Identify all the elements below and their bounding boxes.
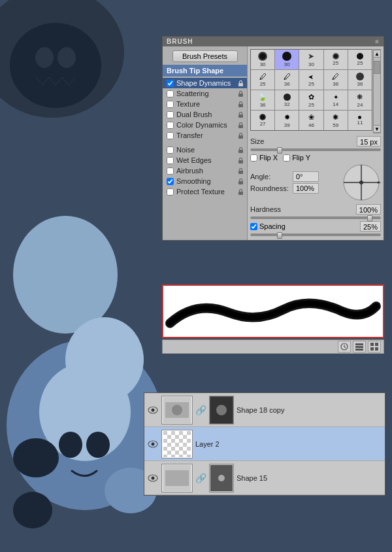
wet-edges-item[interactable]: Wet Edges xyxy=(163,155,247,165)
hardness-label: Hardness xyxy=(250,205,289,213)
noise-lock xyxy=(237,147,244,154)
brush-tip-shape-header[interactable]: Brush Tip Shape xyxy=(163,65,247,77)
texture-checkbox[interactable] xyxy=(167,101,174,108)
wet-edges-label: Wet Edges xyxy=(176,156,236,164)
transfer-checkbox[interactable] xyxy=(167,132,174,139)
preset-cell-15[interactable]: ❋ 24 xyxy=(348,90,372,110)
airbrush-lock xyxy=(237,167,244,175)
hardness-slider-track[interactable] xyxy=(250,216,381,219)
svg-rect-21 xyxy=(238,135,243,139)
flip-x-label[interactable]: Flip X xyxy=(250,154,278,162)
texture-item[interactable]: Texture xyxy=(163,99,247,109)
spacing-slider-track[interactable] xyxy=(250,233,381,236)
preview-icon-btn-2[interactable] xyxy=(353,341,366,353)
svg-rect-75 xyxy=(179,455,183,457)
preset-cell-17[interactable]: ✸ 39 xyxy=(275,111,299,130)
preset-cell-14[interactable]: ✦ 14 xyxy=(324,90,348,110)
smoothing-checkbox[interactable] xyxy=(167,178,174,185)
size-value: 15 px xyxy=(357,136,381,147)
spacing-label[interactable]: Spacing xyxy=(250,222,286,230)
scroll-track xyxy=(374,58,380,125)
transfer-item[interactable]: Transfer xyxy=(163,130,247,141)
noise-checkbox[interactable] xyxy=(167,147,174,154)
protect-texture-checkbox[interactable] xyxy=(167,188,174,196)
preset-cell-18[interactable]: ❀ 46 xyxy=(299,111,323,130)
panel-title: BRUSH xyxy=(167,38,193,45)
shape-dynamics-label: Shape Dynamics xyxy=(176,79,236,87)
layer-eye-shape18copy[interactable] xyxy=(147,404,159,416)
preset-cell-2[interactable]: 30 xyxy=(275,50,299,69)
spacing-checkbox[interactable] xyxy=(250,223,257,230)
panel-menu-icon[interactable]: ≡ xyxy=(375,38,380,45)
svg-rect-53 xyxy=(171,431,175,435)
spacing-slider-thumb[interactable] xyxy=(277,232,282,239)
noise-label: Noise xyxy=(176,146,236,154)
flip-x-checkbox[interactable] xyxy=(250,154,257,162)
size-slider-row xyxy=(250,148,381,151)
preset-cell-13[interactable]: ✿ 25 xyxy=(299,90,323,110)
scroll-down-btn[interactable]: ▼ xyxy=(373,125,381,133)
brush-presets-button[interactable]: Brush Presets xyxy=(172,50,238,62)
flip-y-label[interactable]: Flip Y xyxy=(283,154,310,162)
hardness-slider-thumb[interactable] xyxy=(367,215,372,222)
airbrush-checkbox[interactable] xyxy=(167,167,174,175)
preset-cell-3[interactable]: ➤ 30 xyxy=(299,50,323,69)
layers-panel: 🔗 Shape 18 copy xyxy=(144,392,385,496)
svg-rect-17 xyxy=(238,94,243,97)
layer-link-shape15: 🔗 xyxy=(195,473,206,483)
protect-texture-label: Protect Texture xyxy=(176,188,236,196)
scattering-lock xyxy=(237,90,244,97)
layer-item-layer2[interactable]: Layer 2 xyxy=(144,427,385,461)
size-slider-track[interactable] xyxy=(250,148,381,151)
preset-cell-1[interactable]: 30 xyxy=(251,50,274,69)
svg-rect-19 xyxy=(238,114,243,118)
preset-cell-9[interactable]: 🖊 36 xyxy=(324,70,348,90)
layer-item-shape18copy[interactable]: 🔗 Shape 18 copy xyxy=(144,393,385,427)
flip-y-checkbox[interactable] xyxy=(283,154,290,162)
dual-brush-item[interactable]: Dual Brush xyxy=(163,109,247,120)
preview-icon-btn-3[interactable] xyxy=(368,341,381,353)
noise-item[interactable]: Noise xyxy=(163,145,247,155)
roundness-input[interactable] xyxy=(293,183,319,194)
layer-eye-layer2[interactable] xyxy=(147,438,159,450)
scattering-checkbox[interactable] xyxy=(167,90,174,97)
layer-thumb-shape18copy xyxy=(161,396,193,424)
angle-input[interactable] xyxy=(293,171,319,182)
preset-cell-16[interactable]: 27 xyxy=(251,111,274,130)
scroll-up-btn[interactable]: ▲ xyxy=(373,50,381,58)
preset-cell-5[interactable]: 25 xyxy=(348,50,372,69)
panel-header: BRUSH ≡ xyxy=(163,37,384,46)
hardness-value: 100% xyxy=(356,204,381,215)
scroll-thumb[interactable] xyxy=(374,61,380,74)
preview-icon-btn-1[interactable] xyxy=(338,341,351,353)
size-slider-thumb[interactable] xyxy=(277,147,282,154)
color-dynamics-checkbox[interactable] xyxy=(167,122,174,129)
wet-edges-checkbox[interactable] xyxy=(167,157,174,164)
preset-cell-7[interactable]: 🖊 36 xyxy=(275,70,299,90)
protect-texture-item[interactable]: Protect Texture xyxy=(163,186,247,197)
preset-cell-12[interactable]: 32 xyxy=(275,90,299,110)
shape-dynamics-item[interactable]: Shape Dynamics xyxy=(163,78,247,88)
presets-wrapper: 30 30 ➤ 30 25 xyxy=(250,49,381,133)
layer-item-shape15[interactable]: 🔗 Shape 15 xyxy=(144,461,385,495)
preset-cell-20[interactable]: 11 xyxy=(348,111,372,130)
layer-eye-shape15[interactable] xyxy=(147,472,159,484)
smoothing-item[interactable]: Smoothing xyxy=(163,176,247,186)
svg-rect-62 xyxy=(187,439,191,443)
scattering-item[interactable]: Scattering xyxy=(163,88,247,99)
spacing-value: 25% xyxy=(360,221,381,232)
preset-cell-10[interactable]: 36 xyxy=(348,70,372,90)
preset-cell-8[interactable]: ➤ 25 xyxy=(299,70,323,90)
dual-brush-checkbox[interactable] xyxy=(167,111,174,118)
shape-dynamics-checkbox[interactable] xyxy=(167,80,174,87)
texture-lock xyxy=(237,101,244,108)
airbrush-item[interactable]: Airbrush xyxy=(163,165,247,176)
preset-cell-6[interactable]: 🖊 25 xyxy=(251,70,274,90)
svg-rect-58 xyxy=(183,435,187,439)
preset-cell-11[interactable]: 🍃 36 xyxy=(251,90,274,110)
svg-rect-66 xyxy=(163,447,167,451)
preset-cell-19[interactable]: ✺ 59 xyxy=(324,111,348,130)
color-dynamics-item[interactable]: Color Dynamics xyxy=(163,120,247,130)
angle-wheel[interactable] xyxy=(342,163,381,202)
preset-cell-4[interactable]: 25 xyxy=(324,50,348,69)
